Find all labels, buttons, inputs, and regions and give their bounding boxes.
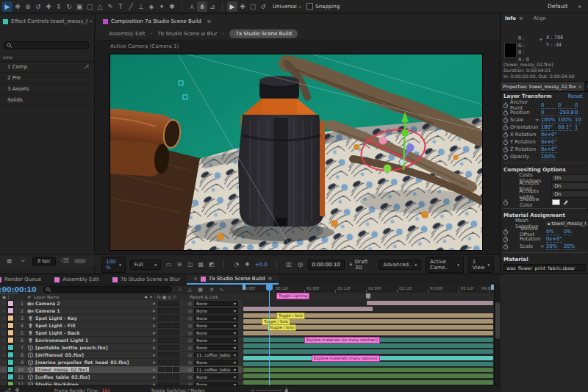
layer-name[interactable]: Spot Light - Key [35, 316, 150, 321]
3d-renderer-icon[interactable] [298, 261, 303, 268]
parent-dropdown[interactable]: None▾ [194, 338, 238, 343]
grid-options-icon[interactable]: ⊞ [176, 261, 183, 268]
type-tool-icon[interactable]: T [115, 1, 126, 12]
layer-duration-bar[interactable] [243, 331, 493, 335]
layer-name[interactable]: Spot Light - Back [35, 330, 150, 335]
layer-bar-row[interactable] [243, 306, 494, 312]
camera-tool-icon[interactable]: ▣ [74, 1, 85, 12]
pickwhip-icon[interactable]: ◎ [186, 330, 194, 336]
stopwatch-icon[interactable] [503, 243, 509, 250]
drag-hand-icon[interactable]: ✥ [12, 387, 22, 392]
timeline-scrollbar[interactable] [494, 285, 501, 392]
stopwatch-icon[interactable] [503, 146, 509, 153]
toggle-switches-modes-button[interactable]: Toggle Switches / Modes [151, 388, 204, 392]
shy-icon[interactable]: ♠ [150, 330, 158, 335]
layer-duration-bar[interactable] [243, 362, 493, 366]
orbit-camera-tool-icon[interactable]: ↺ [33, 1, 43, 12]
shy-icon[interactable]: ♠ [150, 301, 158, 306]
casts-shadows-dropdown[interactable]: On [551, 174, 588, 182]
layer-name[interactable]: Environment Light 1 [35, 338, 150, 343]
pickwhip-icon[interactable]: ◎ [186, 352, 194, 358]
layer-row[interactable]: ›7[portable_bottle_pouch.fbx]♠◎None▾ [0, 344, 243, 352]
shy-icon[interactable]: ♠ [150, 352, 158, 357]
shadow-color-swatch[interactable] [552, 199, 560, 205]
pickwhip-icon[interactable]: ◎ [186, 316, 194, 321]
stopwatch-icon[interactable] [503, 132, 509, 138]
zoom-in-mountain-icon[interactable]: ▲ [284, 387, 288, 392]
tab-properties[interactable]: Properties: towel_messy_02.fbx≡ [501, 82, 584, 91]
stopwatch-icon[interactable] [503, 124, 509, 131]
parent-dropdown[interactable]: None▾ [194, 330, 238, 335]
project-item-solids-folder[interactable]: Solids [0, 95, 95, 106]
parent-dropdown[interactable]: None▾ [194, 374, 238, 379]
brush-tool-icon[interactable]: ╱ [126, 1, 136, 12]
layer-duration-bar[interactable] [243, 349, 493, 354]
stopwatch-icon[interactable] [503, 154, 509, 160]
layer-duration-bar[interactable] [243, 307, 373, 311]
playhead-handle[interactable] [266, 285, 273, 291]
layer-bar-row[interactable] [243, 330, 494, 336]
layer-marker[interactable]: Toggle / Solo [268, 324, 296, 331]
snapping-checkbox[interactable] [306, 3, 313, 10]
layer-name[interactable]: Camera 1 [35, 308, 150, 313]
comp-marker-plain[interactable] [366, 293, 370, 299]
layer-name[interactable]: [towel_messy_02.fbx] [35, 367, 150, 372]
tab-overflow-button[interactable]: » [87, 18, 95, 24]
layer-color-swatch[interactable] [7, 359, 14, 366]
shy-icon[interactable]: ♠ [150, 323, 158, 328]
stopwatch-icon[interactable] [503, 236, 509, 243]
shy-icon[interactable]: ♠ [150, 367, 158, 372]
layer-bar-row[interactable]: Toggle / Solo [243, 324, 494, 330]
roi-icon[interactable]: ▭ [165, 261, 172, 268]
parent-dropdown[interactable]: None▾ [194, 316, 238, 321]
layer-bar-row[interactable] [243, 349, 494, 354]
workspace-overflow-button[interactable]: » [578, 3, 581, 10]
hand-tool-icon[interactable]: ✥ [12, 1, 23, 12]
pickwhip-icon[interactable]: ◎ [186, 308, 194, 314]
stamp-tool-icon[interactable]: ⊥ [136, 1, 146, 12]
layer-bar-row[interactable]: Toggle / Solo [243, 318, 494, 324]
pickwhip-icon[interactable]: ◎ [186, 367, 194, 373]
layer-duration-bar[interactable] [243, 368, 493, 372]
timeline-zoom-control[interactable]: ▴ ▲ [252, 387, 289, 392]
reset-exposure-icon[interactable]: ✹ [244, 261, 251, 268]
comp-marker-toggle-lighting[interactable]: Toggle Lighting [276, 293, 309, 299]
layer-name[interactable]: [marine_propeller_flat_head_02.fbx] [35, 360, 150, 365]
tab-effect-controls[interactable]: Effect Controls towel_messy_02.fbx [11, 18, 87, 24]
panel-menu-icon[interactable]: ≡ [519, 15, 523, 21]
link-scale-icon[interactable]: ∞ [535, 117, 541, 123]
resolution-dropdown[interactable]: Full▾ [130, 260, 161, 270]
selection-tool-icon[interactable]: ▶ [2, 1, 12, 12]
axis-mode-view-icon[interactable]: ⊿ [207, 1, 218, 12]
panel-menu-icon[interactable]: ≡ [207, 18, 212, 24]
parent-dropdown[interactable]: 11. coffee_table▾ [194, 352, 238, 357]
tab-assembly-edit[interactable]: Assembly Edit [48, 274, 106, 285]
layer-duration-bar[interactable] [243, 374, 493, 378]
tab-info[interactable]: Info [505, 15, 516, 21]
layer-bar-row[interactable] [243, 373, 494, 379]
layer-color-swatch[interactable] [7, 307, 14, 314]
layer-color-swatch[interactable] [7, 352, 14, 358]
viewport-image[interactable] [110, 54, 482, 250]
layer-bar-row[interactable]: Explore materials (so many meshes!) [243, 337, 494, 343]
layer-row[interactable]: ›6Environment Light 1♠◎None▾ [0, 337, 243, 344]
layer-color-swatch[interactable] [7, 366, 14, 373]
rotation-tool-icon[interactable]: ↻ [64, 1, 74, 12]
layer-color-swatch[interactable] [7, 329, 14, 336]
parent-dropdown[interactable]: None▾ [194, 301, 238, 306]
layer-row[interactable]: ›5Spot Light - Back♠◎None▾ [0, 329, 243, 337]
stopwatch-icon[interactable] [503, 102, 509, 109]
scrollbar-thumb[interactable] [495, 302, 500, 339]
layer-bar-row[interactable] [243, 367, 494, 373]
pickwhip-icon[interactable]: ◎ [186, 338, 194, 343]
column-number[interactable]: # [19, 295, 31, 299]
layer-row[interactable]: ›2Camera 1♠◎None▾ [0, 307, 243, 315]
accepts-shadows-dropdown[interactable]: On [551, 182, 588, 190]
gizmo-position-icon[interactable]: ✚ [237, 1, 248, 12]
universal-dropdown[interactable]: Universal▾ [273, 4, 301, 10]
exposure-value[interactable]: +0.0 [255, 262, 268, 268]
proxy-icon[interactable]: ➣ [18, 257, 28, 264]
mesh-selection-dropdown[interactable]: ▪towel_messy_02 [545, 220, 588, 227]
puppet-tool-icon[interactable]: ✱ [167, 1, 177, 12]
shy-icon[interactable]: ♠ [150, 345, 158, 350]
